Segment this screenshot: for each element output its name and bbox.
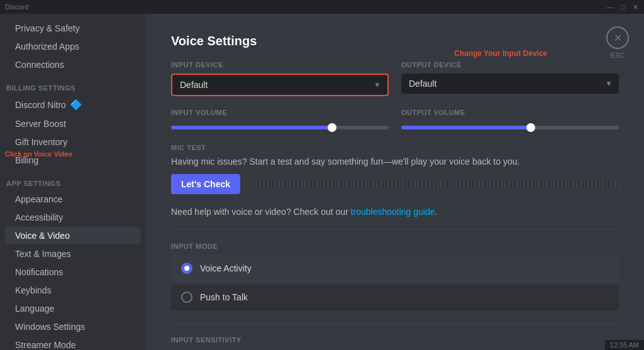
esc-label: ESC xyxy=(611,52,625,59)
input-device-wrapper: Default ▼ xyxy=(171,74,389,96)
device-row: INPUT DEVICE Default ▼ OUTPUT DEVICE Def… xyxy=(171,61,619,96)
input-mode-section: INPUT MODE Voice Activity Push to Talk xyxy=(171,243,619,310)
mic-test-section: MIC TEST Having mic issues? Start a test… xyxy=(171,144,619,194)
esc-circle-icon: ✕ xyxy=(606,26,629,49)
input-volume-col: INPUT VOLUME xyxy=(171,109,389,131)
app-settings-header: App Settings xyxy=(0,170,146,190)
maximize-button[interactable]: □ xyxy=(619,3,626,11)
nitro-icon: 🔷 xyxy=(70,99,82,111)
billing-section-header: Billing Settings xyxy=(0,74,146,94)
troubleshoot-link[interactable]: troubleshooting guide xyxy=(351,207,435,217)
minimize-button[interactable]: — xyxy=(606,3,614,11)
sidebar-item-connections[interactable]: Connections xyxy=(5,56,141,74)
push-to-talk-radio xyxy=(181,292,192,303)
lets-check-button[interactable]: Let's Check xyxy=(171,174,240,194)
input-device-label: INPUT DEVICE xyxy=(171,61,389,68)
input-sensitivity-section: INPUT SENSITIVITY Automatically determin… xyxy=(171,336,619,350)
output-volume-slider[interactable] xyxy=(401,126,619,129)
sidebar-item-discord-nitro[interactable]: Discord Nitro 🔷 xyxy=(5,95,141,114)
window-controls: — □ ✕ xyxy=(606,3,639,11)
output-device-label: OUTPUT DEVICE xyxy=(401,61,619,68)
content-inner: Voice Settings INPUT DEVICE Default ▼ OU… xyxy=(146,14,644,350)
sidebar-section-account: Privacy & Safety Authorized Apps Connect… xyxy=(0,19,146,74)
sidebar-item-keybinds[interactable]: Keybinds xyxy=(5,282,141,299)
input-volume-slider-container xyxy=(171,121,389,131)
titlebar: Discord — □ ✕ xyxy=(0,0,644,14)
sidebar-item-billing[interactable]: Billing xyxy=(5,151,141,169)
close-button[interactable]: ✕ xyxy=(631,3,639,11)
output-volume-label: OUTPUT VOLUME xyxy=(401,109,619,116)
input-mode-label: INPUT MODE xyxy=(171,243,619,250)
sidebar-item-notifications[interactable]: Notifications xyxy=(5,263,141,281)
sidebar-item-accessibility[interactable]: Accessibility xyxy=(5,209,141,226)
app-title: Discord xyxy=(5,3,28,11)
input-sensitivity-label: INPUT SENSITIVITY xyxy=(171,336,619,344)
troubleshoot-text: Need help with voice or video? Check out… xyxy=(171,207,619,217)
output-device-col: OUTPUT DEVICE Default ▼ xyxy=(401,61,619,96)
divider xyxy=(171,229,619,230)
mic-test-row: Let's Check xyxy=(171,174,619,194)
mic-meter xyxy=(248,181,619,187)
sidebar-item-windows-settings[interactable]: Windows Settings xyxy=(5,318,141,336)
page-title: Voice Settings xyxy=(171,34,619,48)
sidebar-item-authorized-apps[interactable]: Authorized Apps xyxy=(5,38,141,55)
sidebar-item-voice-video[interactable]: Voice & Video xyxy=(5,227,141,244)
push-to-talk-label: Push to Talk xyxy=(200,292,248,302)
voice-activity-label: Voice Activity xyxy=(200,263,252,273)
voice-activity-radio xyxy=(181,263,192,274)
output-volume-slider-container xyxy=(401,121,619,131)
input-volume-slider[interactable] xyxy=(171,126,389,129)
sidebar-section-app-settings: App Settings Appearance Accessibility Vo… xyxy=(0,170,146,350)
sidebar-section-billing: Billing Settings Discord Nitro 🔷 Server … xyxy=(0,74,146,169)
sidebar: Privacy & Safety Authorized Apps Connect… xyxy=(0,14,146,350)
sidebar-item-appearance[interactable]: Appearance xyxy=(5,190,141,208)
esc-button[interactable]: ✕ ESC xyxy=(606,26,629,59)
voice-activity-option[interactable]: Voice Activity xyxy=(171,255,619,282)
sidebar-item-streamer-mode[interactable]: Streamer Mode xyxy=(5,336,141,350)
sidebar-item-text-images[interactable]: Text & Images xyxy=(5,245,141,263)
divider-2 xyxy=(171,323,619,324)
mic-test-label: MIC TEST xyxy=(171,144,619,151)
input-device-select[interactable]: Default xyxy=(172,75,387,95)
input-device-col: INPUT DEVICE Default ▼ xyxy=(171,61,389,96)
output-volume-col: OUTPUT VOLUME xyxy=(401,109,619,131)
push-to-talk-option[interactable]: Push to Talk xyxy=(171,284,619,310)
sidebar-item-server-boost[interactable]: Server Boost xyxy=(5,115,141,133)
taskbar-time: 12:35 AM xyxy=(605,340,644,350)
sidebar-item-gift-inventory[interactable]: Gift Inventory xyxy=(5,133,141,151)
app-body: Privacy & Safety Authorized Apps Connect… xyxy=(0,14,644,350)
volume-row: INPUT VOLUME OUTPUT VOLUME xyxy=(171,109,619,131)
output-device-select[interactable]: Default xyxy=(401,74,619,94)
mic-test-desc: Having mic issues? Start a test and say … xyxy=(171,156,619,167)
output-device-wrapper: Default ▼ xyxy=(401,74,619,94)
settings-content: Change Your Input Device ✕ ESC Voice Set… xyxy=(146,14,644,350)
input-volume-label: INPUT VOLUME xyxy=(171,109,389,116)
sidebar-item-language[interactable]: Language xyxy=(5,300,141,317)
sidebar-item-privacy-safety[interactable]: Privacy & Safety xyxy=(5,19,141,37)
